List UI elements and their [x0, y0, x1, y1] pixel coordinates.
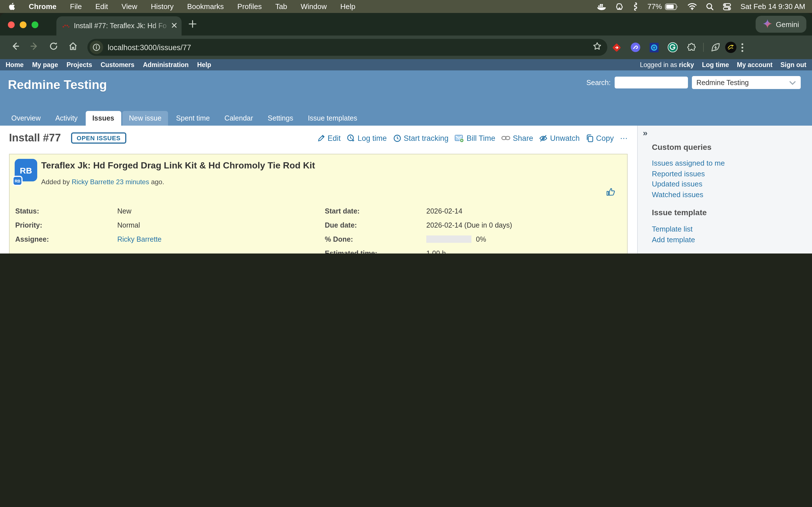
link-watched-issues[interactable]: Watched issues [652, 189, 800, 200]
bill-time-button[interactable]: Bill Time [455, 134, 495, 142]
tab-spent-time[interactable]: Spent time [169, 111, 217, 126]
topmenu-help[interactable]: Help [197, 61, 211, 68]
done-progress: 0% [426, 235, 620, 243]
redmine-header: Redmine Testing Search: Redmine Testing … [0, 70, 812, 126]
control-center-icon[interactable] [723, 3, 731, 10]
wifi-icon[interactable] [688, 3, 697, 10]
home-icon[interactable] [68, 42, 78, 53]
menu-file[interactable]: File [70, 2, 82, 11]
tab-settings[interactable]: Settings [261, 111, 300, 126]
tab-new-issue[interactable]: New issue [122, 111, 168, 126]
apple-menu-icon[interactable] [8, 2, 15, 11]
screen: Chrome File Edit View History Bookmarks … [0, 0, 812, 253]
spotlight-search-icon[interactable] [706, 3, 714, 10]
issue-added-by: Added by Ricky Barrette 23 minutes ago. [41, 178, 164, 186]
paw-app-icon[interactable] [615, 3, 624, 10]
custom-queries-heading: Custom queries [652, 143, 800, 152]
tab-activity[interactable]: Activity [49, 111, 84, 126]
menubar-clock[interactable]: Sat Feb 14 9:30 AM [741, 2, 805, 11]
estimated-time-value: 1.00 h [426, 249, 620, 253]
tab-issues[interactable]: Issues [86, 111, 121, 126]
topmenu-administration[interactable]: Administration [143, 61, 189, 68]
topmenu-home[interactable]: Home [6, 61, 24, 68]
site-info-icon[interactable] [90, 41, 103, 54]
menu-help[interactable]: Help [340, 2, 356, 11]
minimize-window-button[interactable] [20, 21, 27, 28]
more-actions-button[interactable]: ⋯ [620, 133, 627, 143]
issue-card: RB RB Teraflex Jk: Hd Forged Drag Link K… [9, 154, 627, 253]
tab-issue-templates[interactable]: Issue templates [301, 111, 364, 126]
reload-icon[interactable] [49, 42, 58, 53]
zoom-window-button[interactable] [32, 21, 38, 28]
menu-edit[interactable]: Edit [95, 2, 108, 11]
thumbs-up-icon[interactable] [606, 187, 616, 199]
tab-close-icon[interactable] [171, 22, 177, 30]
link-template-list[interactable]: Template list [652, 224, 800, 235]
project-tabs: Overview Activity Issues New issue Spent… [4, 111, 364, 126]
menubar-app-name[interactable]: Chrome [29, 2, 56, 11]
custom-queries-links: Issues assigned to me Reported issues Up… [652, 158, 800, 200]
close-window-button[interactable] [8, 21, 15, 28]
link-issues-assigned-to-me[interactable]: Issues assigned to me [652, 158, 800, 169]
project-jump-select[interactable]: Redmine Testing [692, 76, 801, 89]
link-add-template[interactable]: Add template [652, 235, 800, 245]
username: ricky [679, 61, 694, 68]
profile-avatar[interactable] [725, 42, 737, 53]
docker-whale-icon[interactable] [597, 3, 606, 10]
start-tracking-button[interactable]: Start tracking [393, 134, 449, 142]
extensions-puzzle-icon[interactable] [687, 43, 696, 52]
topmenu-sign-out[interactable]: Sign out [780, 61, 806, 68]
menu-view[interactable]: View [121, 2, 137, 11]
status-value: New [117, 207, 325, 215]
forward-icon[interactable] [30, 42, 39, 53]
right-sidebar: » Custom queries Issues assigned to me R… [637, 126, 812, 253]
open-issues-badge[interactable]: OPEN ISSUES [71, 132, 126, 144]
menu-window[interactable]: Window [301, 2, 327, 11]
progress-percent: 0% [476, 235, 486, 243]
menu-bookmarks[interactable]: Bookmarks [187, 2, 224, 11]
new-tab-button[interactable] [188, 20, 197, 31]
menu-tab[interactable]: Tab [275, 2, 287, 11]
log-time-button[interactable]: Log time [347, 134, 387, 142]
grammarly-icon[interactable] [668, 42, 678, 52]
author-link[interactable]: Ricky Barrette [71, 178, 114, 186]
extension-red-icon[interactable] [612, 43, 621, 52]
chrome-menu-icon[interactable] [741, 43, 744, 52]
back-icon[interactable] [11, 42, 20, 53]
topmenu-projects[interactable]: Projects [66, 61, 92, 68]
quick-search-input[interactable] [615, 76, 688, 89]
sidebar-collapse-icon[interactable]: » [643, 128, 648, 137]
menu-profiles[interactable]: Profiles [238, 2, 262, 11]
browser-tab[interactable]: Install #77: Teraflex Jk: Hd Fo [56, 16, 182, 36]
toolbar-separator [703, 43, 704, 52]
gemini-button[interactable]: Gemini [756, 16, 806, 33]
link-updated-issues[interactable]: Updated issues [652, 179, 800, 189]
tab-calendar[interactable]: Calendar [218, 111, 260, 126]
topmenu-my-page[interactable]: My page [32, 61, 58, 68]
unwatch-button[interactable]: Unwatch [539, 134, 580, 142]
link-reported-issues[interactable]: Reported issues [652, 169, 800, 179]
battery-indicator[interactable]: 77% [647, 2, 678, 11]
share-button[interactable]: Share [502, 134, 533, 142]
added-time-link[interactable]: 23 minutes [116, 178, 149, 186]
snake-app-icon[interactable] [633, 2, 638, 11]
copy-button[interactable]: Copy [586, 134, 614, 142]
topmenu-log-time[interactable]: Log time [702, 61, 729, 68]
extension-blue-lock-icon[interactable] [650, 43, 659, 52]
assignee-link[interactable]: Ricky Barrette [117, 235, 161, 243]
logged-in-as: Logged in as ricky [640, 61, 694, 68]
menu-history[interactable]: History [151, 2, 174, 11]
start-date-value: 2026-02-14 [426, 207, 620, 215]
address-bar[interactable]: localhost:3000/issues/77 [87, 39, 607, 56]
issue-title: Teraflex Jk: Hd Forged Drag Link Kit & H… [41, 161, 315, 171]
tab-overview[interactable]: Overview [4, 111, 47, 126]
topmenu-my-account[interactable]: My account [737, 61, 772, 68]
bookmark-star-icon[interactable] [593, 42, 602, 53]
edit-button[interactable]: Edit [317, 134, 341, 142]
redmine-favicon [62, 21, 70, 31]
tab-strip: Install #77: Teraflex Jk: Hd Fo Gemini [0, 13, 812, 36]
energy-saver-leaf-icon[interactable] [711, 42, 721, 52]
chevron-down-icon [789, 78, 796, 87]
topmenu-customers[interactable]: Customers [101, 61, 135, 68]
extension-purple-icon[interactable] [630, 42, 641, 52]
